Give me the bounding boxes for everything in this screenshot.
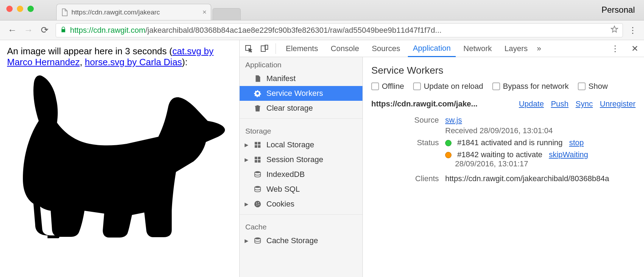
- sidebar-item-cookies[interactable]: ▶ Cookies: [240, 197, 362, 211]
- svg-rect-7: [255, 157, 257, 159]
- reload-button[interactable]: ⟳: [39, 25, 50, 36]
- page-content: An image will appear here in 3 seconds (…: [0, 40, 239, 277]
- source-link[interactable]: sw.js: [445, 116, 462, 124]
- tab-sources[interactable]: Sources: [367, 40, 405, 57]
- devtools-close-icon[interactable]: ✕: [629, 42, 641, 55]
- horse-link[interactable]: horse.svg by Carla Dias: [85, 57, 182, 67]
- status-2-text: #1842 waiting to activate: [457, 150, 542, 159]
- gear-icon: [254, 90, 261, 97]
- svg-point-12: [255, 186, 261, 188]
- tab-console[interactable]: Console: [326, 40, 364, 57]
- panel-checks: Offline Update on reload Bypass for netw…: [371, 82, 636, 91]
- svg-point-18: [255, 238, 261, 240]
- sw-origin-row: https://cdn.rawgit.com/jake... Update Pu…: [371, 99, 636, 109]
- new-tab-button[interactable]: [213, 8, 241, 20]
- sidebar-item-label: Web SQL: [266, 185, 300, 194]
- status-1-text: #1841 activated and is running: [457, 138, 563, 147]
- sidebar-item-local-storage[interactable]: ▶ Local Storage: [240, 137, 362, 152]
- maximize-window-button[interactable]: [27, 6, 34, 12]
- tab-network[interactable]: Network: [459, 40, 497, 57]
- chevron-right-icon: ▶: [245, 142, 248, 148]
- svg-rect-9: [255, 160, 257, 162]
- tabs-overflow-icon[interactable]: »: [537, 44, 541, 53]
- row-clients: Clients https://cdn.rawgit.com/jakearchi…: [371, 174, 636, 183]
- inspect-icon[interactable]: [242, 42, 255, 55]
- chevron-right-icon: ▶: [245, 238, 248, 244]
- devtools: Elements Console Sources Application Net…: [239, 40, 644, 277]
- status-2-time: 28/09/2016, 13:01:17: [455, 159, 636, 168]
- tab-elements[interactable]: Elements: [281, 40, 323, 57]
- sidebar-item-manifest[interactable]: Manifest: [240, 71, 362, 86]
- devtools-tabs: Elements Console Sources Application Net…: [240, 40, 644, 57]
- status-stop-link[interactable]: stop: [569, 138, 584, 147]
- database-icon: [254, 171, 261, 178]
- clients-value: https://cdn.rawgit.com/jakearchibald/803…: [445, 174, 636, 183]
- source-received: Received 28/09/2016, 13:01:04: [445, 126, 636, 135]
- action-update[interactable]: Update: [519, 99, 544, 109]
- check-offline[interactable]: Offline: [371, 82, 404, 91]
- devtools-menu-icon[interactable]: ⋮: [609, 42, 621, 55]
- svg-point-14: [256, 203, 257, 204]
- grid-icon: [254, 156, 261, 164]
- sidebar-item-label: Cookies: [266, 199, 294, 209]
- action-push[interactable]: Push: [551, 99, 568, 109]
- checkbox-icon: [492, 82, 500, 90]
- bookmark-icon[interactable]: [611, 25, 618, 35]
- profile-label[interactable]: Personal: [601, 5, 635, 15]
- url-scheme: https://cdn.rawgit.com/jakearchibald/803…: [70, 26, 442, 35]
- svg-point-15: [258, 202, 259, 203]
- checkbox-icon: [578, 82, 586, 90]
- sidebar-item-websql[interactable]: Web SQL: [240, 182, 362, 197]
- row-source: Source sw.js Received 28/09/2016, 13:01:…: [371, 116, 636, 135]
- svg-rect-6: [258, 145, 260, 148]
- lock-icon: [60, 26, 67, 35]
- document-icon: [61, 8, 68, 17]
- sidebar-item-label: IndexedDB: [266, 170, 305, 179]
- chevron-right-icon: ▶: [245, 157, 248, 162]
- sidebar-item-cache-storage[interactable]: ▶ Cache Storage: [240, 233, 362, 248]
- sidebar-item-service-workers[interactable]: Service Workers: [240, 86, 362, 101]
- forward-button[interactable]: →: [23, 25, 34, 36]
- svg-point-16: [257, 204, 258, 205]
- svg-rect-4: [258, 142, 260, 144]
- check-show[interactable]: Show: [578, 82, 608, 91]
- application-sidebar: Application Manifest Service Workers Cle…: [240, 57, 363, 277]
- svg-rect-10: [258, 160, 260, 162]
- chevron-right-icon: ▶: [245, 201, 248, 207]
- status-skipwaiting-link[interactable]: skipWaiting: [549, 150, 588, 159]
- check-update-on-reload[interactable]: Update on reload: [413, 82, 483, 91]
- checkbox-icon: [413, 82, 421, 90]
- browser-menu-icon[interactable]: ⋮: [629, 25, 637, 35]
- sidebar-item-session-storage[interactable]: ▶ Session Storage: [240, 152, 362, 167]
- trash-icon: [254, 104, 261, 112]
- minimize-window-button[interactable]: [17, 6, 23, 12]
- work-area: An image will appear here in 3 seconds (…: [0, 40, 644, 277]
- group-storage: Storage: [240, 123, 362, 137]
- sidebar-item-indexeddb[interactable]: IndexedDB: [240, 167, 362, 182]
- sidebar-item-label: Manifest: [266, 74, 296, 83]
- close-tab-icon[interactable]: ×: [202, 8, 207, 16]
- action-unregister[interactable]: Unregister: [600, 99, 636, 109]
- tab-layers[interactable]: Layers: [499, 40, 532, 57]
- sidebar-item-label: Service Workers: [266, 89, 323, 98]
- sidebar-item-label: Local Storage: [266, 140, 314, 149]
- back-button[interactable]: ←: [7, 25, 18, 36]
- address-bar[interactable]: https://cdn.rawgit.com/jakearchibald/803…: [56, 23, 623, 37]
- check-bypass[interactable]: Bypass for network: [492, 82, 569, 91]
- label-status: Status: [371, 138, 445, 171]
- svg-point-13: [254, 201, 261, 207]
- action-sync[interactable]: Sync: [576, 99, 593, 109]
- tab-application[interactable]: Application: [408, 40, 456, 57]
- sidebar-item-clear-storage[interactable]: Clear storage: [240, 101, 362, 116]
- sw-actions: Update Push Sync Unregister: [519, 99, 636, 109]
- svg-rect-3: [255, 142, 257, 144]
- sw-origin: https://cdn.rawgit.com/jake...: [371, 99, 512, 109]
- traffic-lights: [6, 6, 34, 12]
- status-dot-green-icon: [445, 140, 452, 146]
- svg-rect-5: [255, 145, 257, 148]
- checkbox-icon: [371, 82, 379, 90]
- label-source: Source: [371, 116, 445, 135]
- browser-tab[interactable]: https://cdn.rawgit.com/jakearc ×: [56, 4, 211, 20]
- close-window-button[interactable]: [6, 6, 13, 12]
- device-toggle-icon[interactable]: [258, 42, 271, 55]
